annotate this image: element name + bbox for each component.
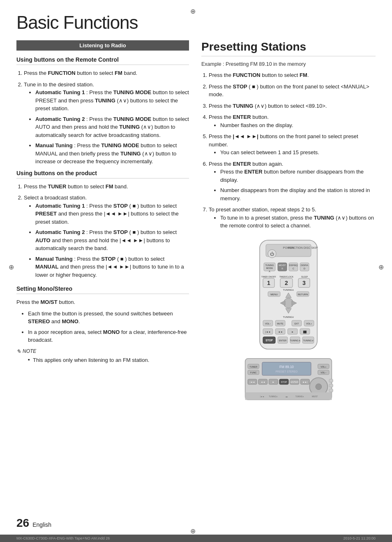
- svg-text:██: ██: [303, 331, 307, 334]
- svg-text:RETURN: RETURN: [298, 293, 308, 296]
- remote-step-1: Press the FUNCTION button to select FM b…: [24, 69, 189, 77]
- preset-step-7-b1: To tune in to a preset station, press th…: [220, 214, 376, 230]
- svg-text:1: 1: [267, 280, 270, 286]
- svg-text:TUNING∧: TUNING∧: [290, 339, 300, 342]
- svg-text:TUNER: TUNER: [249, 365, 257, 368]
- footer-left: MX-C630D-C730D-XFA-ENG-With Tape+NO AM.i…: [16, 536, 110, 540]
- svg-text:◄◄: ◄◄: [278, 331, 283, 333]
- product-step-1: Press the TUNER button to select FM band…: [24, 183, 189, 191]
- svg-text:PRESET   STEREO: PRESET STEREO: [276, 370, 298, 373]
- product-steps-list: Press the TUNER button to select FM band…: [24, 183, 189, 279]
- svg-text:VOL−: VOL−: [321, 371, 326, 374]
- preset-step-4-bullets: Number flashes on the display.: [220, 121, 376, 130]
- svg-text:►►|: ►►|: [302, 381, 307, 383]
- svg-text:TIMER/CLOCK: TIMER/CLOCK: [279, 276, 294, 278]
- preset-step-7-bullets: To tune in to a preset station, press th…: [220, 214, 376, 230]
- preset-step-2: Press the STOP ( ■ ) button on the front…: [209, 83, 376, 99]
- product-heading: Using buttons on the product: [16, 170, 189, 178]
- svg-text:MO/ST: MO/ST: [312, 396, 318, 398]
- svg-text:DISP/A: DISP/A: [301, 264, 308, 266]
- svg-rect-90: [329, 384, 333, 387]
- remote-step-2: Tune in to the desired station. Automati…: [24, 81, 189, 166]
- svg-text:C: C: [293, 267, 294, 270]
- svg-text:MENU: MENU: [270, 293, 278, 296]
- svg-text:STOP: STOP: [281, 381, 287, 383]
- preset-step-5: Press the |◄◄ ►►| buttons on the front p…: [209, 132, 376, 157]
- auto-tuning-1: Automatic Tuning 1 : Press the TUNING MO…: [35, 88, 189, 113]
- svg-text:►: ►: [291, 331, 293, 333]
- page-title: Basic Functions: [16, 12, 376, 33]
- pencil-icon: ✎: [16, 348, 21, 354]
- svg-text:FM  89.10: FM 89.10: [279, 365, 294, 368]
- svg-text:FUNCTION  DISC SKIP: FUNCTION DISC SKIP: [288, 246, 318, 249]
- svg-text:ENTER: ENTER: [291, 381, 298, 383]
- footer-bar: MX-C630D-C730D-XFA-ENG-With Tape+NO AM.i…: [0, 535, 392, 542]
- svg-rect-64: [262, 362, 311, 375]
- note-item-1: This applies only when listening to an F…: [28, 356, 189, 364]
- note-list: This applies only when listening to an F…: [28, 356, 189, 364]
- example-text: Example : Presetting FM 89.10 in the mem…: [201, 61, 376, 67]
- preset-step-5-bullets: You can select between 1 and 15 presets.: [220, 148, 376, 157]
- svg-text:◄◄: ◄◄: [261, 381, 265, 383]
- left-column: Listening to Radio Using buttons on the …: [16, 40, 189, 402]
- product-manual: Manual Tuning : Press the STOP ( ■ ) but…: [35, 255, 189, 279]
- svg-text:►: ►: [272, 381, 274, 383]
- page-language: English: [32, 521, 51, 528]
- svg-text:▬: ▬: [286, 396, 288, 398]
- page-number-area: 26 English: [16, 517, 51, 530]
- presetting-title: Presetting Stations: [201, 40, 376, 56]
- remote-control-section: Using buttons on the Remote Control Pres…: [16, 56, 189, 166]
- function-bold: FUNCTION: [48, 70, 76, 76]
- crosshair-bottom: ⊕: [189, 527, 196, 535]
- svg-text:MO/ST: MO/ST: [279, 264, 286, 266]
- product-section: Using buttons on the product Press the T…: [16, 170, 189, 279]
- svg-text:VOL+: VOL+: [306, 322, 312, 325]
- svg-text:TIMER ON/OFF: TIMER ON/OFF: [261, 276, 276, 278]
- svg-text:TUNING∧: TUNING∧: [269, 396, 278, 398]
- svg-text:EXT: EXT: [295, 322, 299, 325]
- svg-text:|◄◄: |◄◄: [265, 331, 270, 333]
- svg-text:|◄◄: |◄◄: [260, 396, 264, 398]
- svg-text:FUNC: FUNC: [250, 371, 256, 374]
- svg-text:D: D: [304, 267, 305, 270]
- preset-step-6-b1: Press the ENTER button before number dis…: [220, 168, 376, 184]
- preset-step-6: Press the ENTER button again. Press the …: [209, 160, 376, 203]
- svg-text:STOP: STOP: [265, 339, 273, 342]
- svg-text:⏻: ⏻: [270, 252, 274, 256]
- preset-step-6-b2: Number disappears from the display and t…: [220, 186, 376, 202]
- svg-text:TUNING∨: TUNING∨: [295, 396, 304, 398]
- svg-text:ENTER: ENTER: [279, 339, 287, 342]
- manual-tuning: Manual Tuning : Press the TUNING MODE bu…: [35, 141, 189, 166]
- svg-text:2: 2: [285, 280, 288, 286]
- remote-control-svg: POWER FUNCTION DISC SKIP ⏻ TUNING MODE A…: [247, 238, 330, 353]
- section-header-bar: Listening to Radio: [16, 40, 189, 51]
- mono-stereo-bullet-1: Each time the button is pressed, the sou…: [28, 310, 189, 326]
- crosshair-right: ⊕: [377, 263, 385, 271]
- remote-step-2-bullets: Automatic Tuning 1 : Press the TUNING MO…: [35, 88, 189, 166]
- preset-step-4: Press the ENTER button. Number flashes o…: [209, 113, 376, 129]
- auto-tuning-2: Automatic Tuning 2 : Press the TUNING MO…: [35, 115, 189, 139]
- mono-stereo-intro: Press the MO/ST button.: [16, 298, 189, 306]
- svg-text:TUNING∧: TUNING∧: [283, 289, 294, 291]
- preset-step-4-b1: Number flashes on the display.: [220, 121, 376, 130]
- svg-text:VOL+: VOL+: [321, 365, 326, 368]
- product-panel-svg: FM 89.10 PRESET STEREO TUNER FUNC VOL+ V…: [243, 357, 334, 402]
- remote-image-area: POWER FUNCTION DISC SKIP ⏻ TUNING MODE A…: [201, 238, 376, 402]
- right-column: Presetting Stations Example : Presetting…: [201, 40, 376, 402]
- product-auto-2: Automatic Tuning 2 : Press the STOP ( ■ …: [35, 228, 189, 252]
- svg-text:B: B: [281, 267, 283, 270]
- svg-point-88: [316, 384, 322, 390]
- mono-stereo-section: Setting Mono/Stereo Press the MO/ST butt…: [16, 285, 189, 364]
- mono-stereo-heading: Setting Mono/Stereo: [16, 285, 189, 294]
- svg-text:|◄◄: |◄◄: [250, 381, 255, 383]
- svg-text:TUNING: TUNING: [265, 264, 274, 266]
- svg-rect-89: [329, 379, 333, 382]
- product-auto-1: Automatic Tuning 1 : Press the STOP ( ■ …: [35, 202, 189, 226]
- mono-stereo-bullet-2: In a poor reception area, select MONO fo…: [28, 328, 189, 344]
- preset-step-6-bullets: Press the ENTER button before number dis…: [220, 168, 376, 202]
- svg-text:DSP/EQ: DSP/EQ: [289, 264, 298, 266]
- preset-step-3: Press the TUNING (∧∨) button to select <…: [209, 102, 376, 110]
- svg-text:TUNING∨: TUNING∨: [283, 316, 294, 318]
- page-wrapper: ⊕ ⊕ ⊕ ⊕ Basic Functions Listening to Rad…: [0, 0, 392, 542]
- main-layout: Listening to Radio Using buttons on the …: [16, 40, 376, 402]
